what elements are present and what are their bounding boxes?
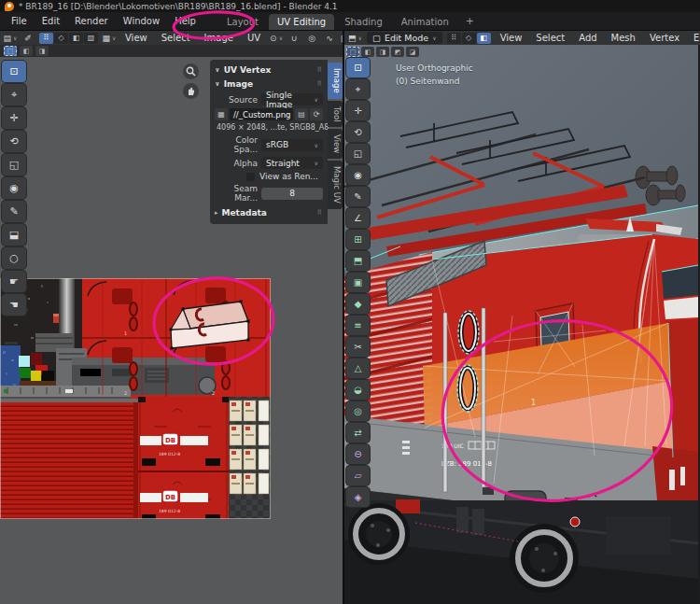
tab-view[interactable]: View — [328, 129, 343, 159]
move-tool[interactable]: ✛ — [346, 101, 370, 120]
box-select-extend-icon[interactable]: ◧ — [361, 47, 374, 57]
inset-faces-tool[interactable]: ▣ — [346, 273, 370, 292]
tab-image[interactable]: Image — [328, 63, 343, 99]
shrink-fatten-tool[interactable]: ⊖ — [346, 444, 370, 464]
uv-menu-view[interactable]: View — [120, 33, 152, 43]
seam-margin-value[interactable]: 8 — [261, 188, 323, 200]
mode-dropdown[interactable]: ▢ Edit Mode ∨ — [367, 32, 442, 44]
display-channels-dropdown[interactable]: ▣ — [341, 33, 343, 44]
face-mode-button[interactable]: ◧ — [477, 33, 491, 44]
menu-help[interactable]: Help — [175, 16, 196, 26]
menu-edit[interactable]: Edit — [42, 16, 60, 26]
move-tool[interactable]: ✛ — [2, 107, 26, 129]
image-browse-icon[interactable]: ▦ — [215, 108, 228, 120]
cursor-tool[interactable]: ⌖ — [2, 84, 26, 105]
panel-uv-vertex[interactable]: ∨ UV Vertex ⠿ — [215, 63, 323, 77]
uv-menu-uv[interactable]: UV — [243, 33, 265, 43]
uv-select-vertex-button[interactable]: ⠿ — [39, 33, 53, 44]
knife-tool[interactable]: ✂ — [346, 337, 370, 357]
extrude-tool[interactable]: ⬒ — [346, 251, 370, 271]
blender-window: * BR189_16 [D:\Blender\Lokomotiven\BR189… — [0, 0, 700, 604]
relax-tool[interactable]: ☚ — [2, 294, 26, 316]
panel-metadata[interactable]: ▸ Metadata ⠿ — [215, 205, 323, 219]
snap-magnet-icon[interactable]: ∪ — [287, 33, 301, 44]
editor-type-selector-icon[interactable]: ▤ — [4, 33, 17, 44]
colorspace-dropdown[interactable]: sRGB∨ — [261, 139, 323, 151]
measure-tool[interactable]: ∠ — [346, 208, 370, 228]
pivot-point-dropdown[interactable]: ⊙ — [270, 33, 283, 44]
falloff-icon[interactable]: ∿ — [323, 33, 336, 44]
edge-mode-button[interactable]: ◇ — [462, 33, 476, 44]
scale-tool[interactable]: ◱ — [346, 144, 370, 163]
uv-select-face-button[interactable]: ◧ — [69, 33, 83, 44]
tab-tool[interactable]: Tool — [328, 101, 343, 128]
vp-menu-select[interactable]: Select — [531, 33, 569, 43]
tab-magic-uv[interactable]: Magic UV — [328, 161, 343, 209]
rotate-tool[interactable]: ⟲ — [2, 131, 26, 152]
editor-type-selector-icon[interactable]: ⬒ — [348, 33, 362, 44]
workspace-tab-animation[interactable]: Animation — [393, 14, 457, 30]
open-image-folder-icon[interactable]: ▤ — [295, 108, 308, 120]
vertex-mode-button[interactable]: ⠿ — [447, 33, 461, 44]
vp-menu-edge[interactable]: Edge — [689, 33, 700, 43]
smooth-tool[interactable]: ◎ — [346, 401, 370, 421]
alpha-dropdown[interactable]: Straight∨ — [261, 157, 323, 169]
uv-menu-select[interactable]: Select — [157, 33, 195, 43]
source-dropdown[interactable]: Single Image∨ — [261, 93, 323, 105]
box-select-extend-icon[interactable]: ◧ — [20, 46, 33, 56]
rotate-tool[interactable]: ⟲ — [346, 122, 370, 142]
tweak-tool[interactable]: ⊡ — [346, 58, 370, 77]
workspace-tab-shading[interactable]: Shading — [336, 14, 391, 30]
spin-tool[interactable]: ◒ — [346, 380, 370, 400]
box-select-new-icon[interactable]: ⬚ — [4, 46, 17, 56]
sticky-selection-dropdown[interactable]: ▦ — [103, 33, 116, 44]
shear-tool[interactable]: ▱ — [346, 466, 370, 485]
grab-tool[interactable]: ☛ — [2, 271, 26, 292]
annotate-tool[interactable]: ✎ — [346, 187, 370, 206]
loco-unit-mark: 1 — [531, 399, 536, 407]
uv-brush-icon[interactable]: ✐ — [21, 33, 35, 44]
menu-file[interactable]: File — [11, 16, 27, 26]
uv-select-edge-button[interactable]: ◇ — [54, 33, 68, 44]
uv-select-island-button[interactable]: ▧ — [84, 33, 98, 44]
proportional-edit-icon[interactable]: ◎ — [305, 33, 318, 44]
box-select-subtract-icon[interactable]: ◨ — [35, 46, 49, 56]
workspace-tab-uv-editing[interactable]: UV Editing — [269, 14, 334, 30]
viewport-canvas[interactable]: 140 UIC LZB: 189 012-8 1 — [344, 45, 700, 604]
loop-cut-tool[interactable]: ≡ — [346, 316, 370, 335]
add-workspace-button[interactable]: + — [459, 12, 481, 30]
bevel-tool[interactable]: ◆ — [346, 294, 370, 314]
cursor-tool[interactable]: ⌖ — [346, 79, 370, 99]
zoom-gizmo-icon[interactable] — [183, 63, 199, 79]
poly-build-tool[interactable]: △ — [346, 358, 370, 378]
uv-canvas[interactable]: 1 2 2 — [0, 57, 343, 604]
view-as-render-checkbox[interactable] — [246, 173, 255, 181]
workspace-tab-layout[interactable]: Layout — [218, 14, 267, 30]
pan-hand-gizmo-icon[interactable] — [183, 83, 199, 99]
rip-region-tool[interactable]: ⬓ — [2, 224, 26, 246]
vp-menu-view[interactable]: View — [496, 33, 527, 43]
vp-menu-mesh[interactable]: Mesh — [607, 33, 640, 43]
vp-menu-add[interactable]: Add — [574, 33, 601, 43]
vp-menu-vertex[interactable]: Vertex — [645, 33, 684, 43]
annotate-tool[interactable]: ✎ — [2, 201, 26, 222]
transform-tool[interactable]: ◉ — [346, 165, 370, 185]
reload-image-icon[interactable]: ⟳ — [310, 108, 323, 120]
box-select-new-icon[interactable]: ⬚ — [346, 47, 359, 57]
panel-image[interactable]: ∨ Image ⠿ — [215, 77, 323, 91]
transform-tool[interactable]: ◉ — [2, 177, 26, 199]
rip-region-tool[interactable]: ◈ — [346, 487, 370, 507]
menu-render[interactable]: Render — [75, 16, 108, 26]
add-cube-tool[interactable]: ⊞ — [346, 230, 370, 249]
box-select-intersect-icon[interactable]: ◪ — [406, 47, 419, 57]
scale-tool[interactable]: ◱ — [2, 154, 26, 176]
image-filename-field[interactable]: //_Custom.png — [230, 108, 293, 120]
box-select-subtract-icon[interactable]: ◨ — [376, 47, 389, 57]
collapse-arrow-icon: ∨ — [215, 66, 220, 74]
poly-tool[interactable]: ○ — [2, 247, 26, 269]
box-select-difference-icon[interactable]: ◩ — [391, 47, 404, 57]
edge-slide-tool[interactable]: ⇄ — [346, 423, 370, 442]
menu-window[interactable]: Window — [123, 16, 160, 26]
tweak-tool[interactable]: ⊡ — [2, 61, 26, 82]
uv-menu-image[interactable]: Image — [200, 33, 238, 43]
